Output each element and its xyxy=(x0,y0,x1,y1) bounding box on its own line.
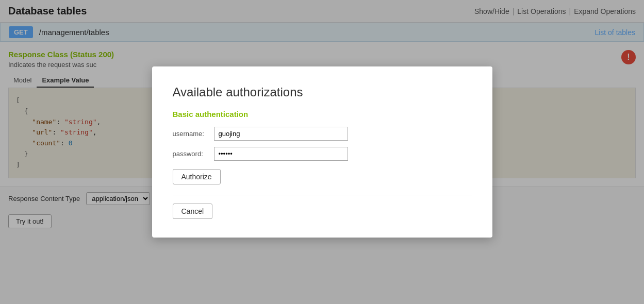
password-row: password: xyxy=(173,147,472,161)
auth-section-title: Basic authentication xyxy=(173,110,472,119)
auth-modal: Available authorizations Basic authentic… xyxy=(152,66,492,238)
page-wrapper: Database tables Show/Hide | List Operati… xyxy=(0,0,644,304)
modal-divider xyxy=(173,195,472,195)
password-label: password: xyxy=(173,150,214,158)
password-input[interactable] xyxy=(214,147,348,161)
username-row: username: xyxy=(173,127,472,141)
modal-overlay: Available authorizations Basic authentic… xyxy=(0,0,644,304)
username-label: username: xyxy=(173,130,214,138)
modal-title: Available authorizations xyxy=(173,85,472,99)
authorize-row: Authorize xyxy=(173,169,472,184)
cancel-button[interactable]: Cancel xyxy=(173,204,213,219)
username-input[interactable] xyxy=(214,127,348,141)
authorize-button[interactable]: Authorize xyxy=(173,169,221,184)
